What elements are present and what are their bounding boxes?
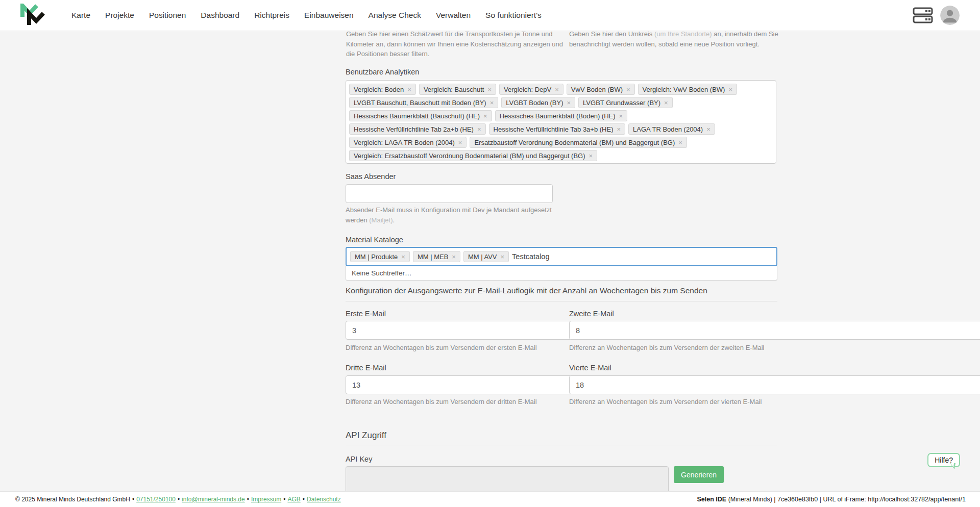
remove-chip-icon[interactable]: × <box>678 139 682 146</box>
page-footer: © 2025 Mineral Minds Deutschland GmbH•07… <box>0 491 980 507</box>
remove-chip-icon[interactable]: × <box>617 126 621 133</box>
nav-item[interactable]: Projekte <box>105 11 134 20</box>
api-access-heading: API Zugriff <box>346 430 386 441</box>
footer-link[interactable]: 07151/250100 <box>136 496 176 503</box>
chip-label: Vergleich: Boden <box>354 86 404 93</box>
remove-chip-icon[interactable]: × <box>664 99 668 106</box>
brand-logo-icon[interactable] <box>20 4 47 27</box>
footer-link[interactable]: info@mineral-minds.de <box>182 496 245 503</box>
remove-chip-icon[interactable]: × <box>407 86 411 93</box>
chip-label: VwV Boden (BW) <box>571 86 623 93</box>
server-stack-icon[interactable] <box>913 6 933 24</box>
remove-chip-icon[interactable]: × <box>728 86 732 93</box>
user-avatar-icon[interactable] <box>940 6 960 25</box>
chip-label: MM | AVV <box>468 253 497 261</box>
app-root: KarteProjektePositionenDashboardRichtpre… <box>0 0 980 507</box>
chip-row: Vergleich: Boden × Vergleich: Bauschutt … <box>349 84 773 95</box>
chip-label: LVGBT Bauschutt, Bauschutt mit Boden (BY… <box>354 99 486 107</box>
nav-item[interactable]: Einbauweisen <box>304 11 354 20</box>
second-email-input[interactable] <box>569 321 980 340</box>
second-email-help-text: Differenz an Wochentagen bis zum Versend… <box>569 343 777 353</box>
chip-row: Vergleich: Ersatzbaustoff Verordnung Bod… <box>349 150 773 161</box>
divider <box>346 445 777 445</box>
tenant-settings-form: Geben Sie hier einen Schätzwert für die … <box>346 31 777 491</box>
analytics-chip: LAGA TR Boden (2004) × <box>628 123 715 135</box>
remove-chip-icon[interactable]: × <box>490 99 494 106</box>
chip-label: Ersatzbaustoff Verordnung Bodenmaterial … <box>474 139 675 146</box>
remove-chip-icon[interactable]: × <box>706 126 710 133</box>
analytics-chip: LVGBT Boden (BY) × <box>501 97 575 108</box>
chip-label: LAGA TR Boden (2004) <box>633 125 703 133</box>
chip-row: LVGBT Bauschutt, Bauschutt mit Boden (BY… <box>349 97 773 108</box>
saas-sender-input[interactable] <box>346 184 553 203</box>
remove-chip-icon[interactable]: × <box>567 99 571 106</box>
analytics-chip: LVGBT Bauschutt, Bauschutt mit Boden (BY… <box>349 97 498 108</box>
catalog-chips: MM | Produkte × MM | MEB × MM | AVV × <box>350 251 509 262</box>
footer-link[interactable]: Impressum <box>251 496 281 503</box>
saas-sender-help-text: Absender E-Mail muss in Konfiguration mi… <box>346 205 557 225</box>
remove-chip-icon[interactable]: × <box>477 126 481 133</box>
api-key-input <box>346 466 669 491</box>
second-email-label: Zweite E-Mail <box>569 310 777 318</box>
remove-chip-icon[interactable]: × <box>619 113 623 119</box>
remove-chip-icon[interactable]: × <box>487 86 492 93</box>
generate-api-key-button[interactable]: Generieren <box>674 466 724 483</box>
analytics-chip: Vergleich: DepV × <box>499 84 564 95</box>
remove-chip-icon[interactable]: × <box>626 86 630 93</box>
main-content: Geben Sie hier einen Schätzwert für die … <box>0 31 980 491</box>
first-email-help-text: Differenz an Wochentagen bis zum Versend… <box>346 343 553 353</box>
nav-item[interactable]: Richtpreis <box>254 11 289 20</box>
footer-separator: • <box>178 496 180 503</box>
analytics-chip: Vergleich: LAGA TR Boden (2004) × <box>349 137 467 148</box>
footer-separator: • <box>303 496 305 503</box>
nav-item[interactable]: So funktioniert's <box>485 11 542 20</box>
analytics-chip: VwV Boden (BW) × <box>567 84 635 95</box>
material-catalogs-label: Material Kataloge <box>346 236 403 244</box>
radius-help-text: Geben Sie hier den Umkreis (um Ihre Stan… <box>569 31 778 49</box>
analytics-multiselect[interactable]: Vergleich: Boden × Vergleich: Bauschutt … <box>346 80 776 164</box>
remove-chip-icon[interactable]: × <box>452 253 456 260</box>
remove-chip-icon[interactable]: × <box>458 139 462 146</box>
api-key-label: API Key <box>346 455 372 463</box>
chip-label: Hessische Verfüllrichtlinie Tab 2a+b (HE… <box>354 125 474 133</box>
third-email-label: Dritte E-Mail <box>346 364 553 372</box>
footer-links: © 2025 Mineral Minds Deutschland GmbH•07… <box>15 496 341 503</box>
third-email-help-text: Differenz an Wochentagen bis zum Versend… <box>346 397 553 407</box>
help-button[interactable]: Hilfe? <box>927 453 960 467</box>
first-email-label: Erste E-Mail <box>346 310 553 318</box>
ide-status-text: (Mineral Minds) | 7ce360e83fb0 | URL of … <box>726 496 966 503</box>
nav-item[interactable]: Verwalten <box>436 11 471 20</box>
catalog-search-dropdown: Keine Suchtreffer… <box>346 266 777 281</box>
remove-chip-icon[interactable]: × <box>483 113 487 119</box>
saas-sender-label: Saas Absender <box>346 172 396 181</box>
footer-separator: • <box>247 496 249 503</box>
nav-item[interactable]: Positionen <box>149 11 186 20</box>
footer-link[interactable]: AGB <box>287 496 300 503</box>
material-catalogs-multiselect[interactable]: MM | Produkte × MM | MEB × MM | AVV × <box>346 247 777 266</box>
analytics-chip: Hessische Verfüllrichtlinie Tab 3a+b (HE… <box>489 123 626 135</box>
chip-row: Hessisches Baumerkblatt (Bauschutt) (HE)… <box>349 110 773 121</box>
catalog-search-input[interactable] <box>512 252 773 261</box>
analytics-label: Benutzbare Analytiken <box>346 68 419 76</box>
analytics-chip: LVGBT Grundwasser (BY) × <box>578 97 673 108</box>
chip-label: Vergleich: Ersatzbaustoff Verordnung Bod… <box>354 152 585 160</box>
ide-name: Selen IDE <box>697 496 727 503</box>
fourth-email-help-text: Differenz an Wochentagen bis zum Versend… <box>569 397 777 407</box>
footer-link[interactable]: Datenschutz <box>307 496 341 503</box>
nav-item[interactable]: Analyse Check <box>369 11 421 20</box>
remove-chip-icon[interactable]: × <box>555 86 559 93</box>
analytics-chip: Ersatzbaustoff Verordnung Bodenmaterial … <box>470 137 687 148</box>
remove-chip-icon[interactable]: × <box>501 253 505 260</box>
analytics-chip: Hessisches Baumerkblatt (Boden) (HE) × <box>495 110 627 121</box>
footer-separator: • <box>132 496 134 503</box>
chip-label: LVGBT Boden (BY) <box>506 99 563 107</box>
nav-item[interactable]: Dashboard <box>201 11 239 20</box>
catalog-chip: MM | MEB × <box>413 251 460 262</box>
chip-label: Hessisches Baumerkblatt (Bauschutt) (HE) <box>354 112 480 120</box>
nav-item[interactable]: Karte <box>71 11 90 20</box>
remove-chip-icon[interactable]: × <box>589 153 593 159</box>
chip-label: Vergleich: LAGA TR Boden (2004) <box>354 139 455 146</box>
chip-label: Hessische Verfüllrichtlinie Tab 3a+b (HE… <box>494 125 614 133</box>
fourth-email-input[interactable] <box>569 375 980 394</box>
remove-chip-icon[interactable]: × <box>401 253 405 260</box>
